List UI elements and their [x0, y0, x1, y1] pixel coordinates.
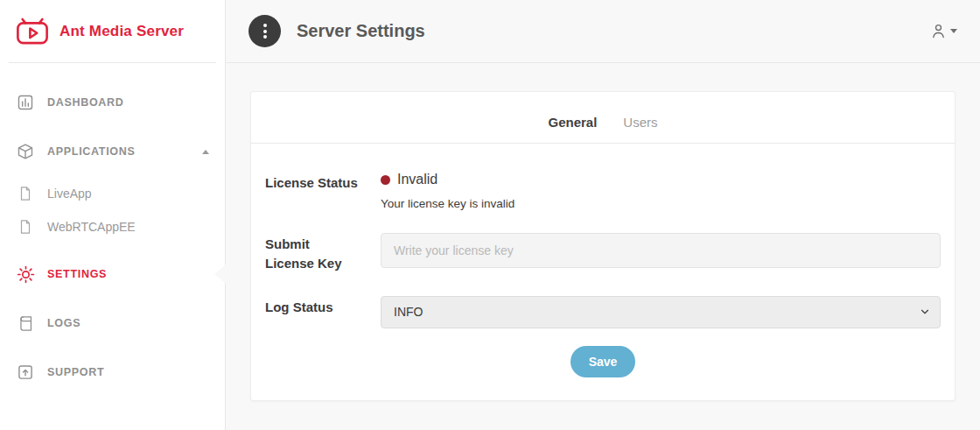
brand-name: Ant Media Server — [60, 23, 184, 40]
log-status-row: Log Status INFO — [265, 296, 941, 328]
logs-icon — [16, 315, 35, 332]
sidebar-item-dashboard[interactable]: DASHBOARD — [0, 84, 225, 121]
chevron-down-icon — [950, 29, 957, 33]
file-icon — [16, 219, 35, 235]
sidebar-item-webrtcappee[interactable]: WebRTCAppEE — [0, 210, 225, 243]
license-status-value-line: Invalid — [381, 172, 941, 187]
main-area: Server Settings General Users Lice — [226, 0, 980, 430]
status-dot-icon — [381, 175, 390, 185]
sidebar-item-liveapp[interactable]: LiveApp — [0, 177, 225, 210]
sidebar-item-logs[interactable]: LOGS — [0, 305, 225, 342]
sidebar-item-settings[interactable]: SETTINGS — [0, 256, 225, 293]
brand-logo[interactable]: Ant Media Server — [0, 0, 225, 62]
user-menu-button[interactable] — [929, 22, 957, 40]
dashboard-icon — [16, 94, 35, 111]
tab-general[interactable]: General — [548, 115, 597, 130]
settings-card: General Users License Status Invalid You… — [250, 91, 956, 401]
app-window: Ant Media Server DASHBOARD — [0, 0, 980, 430]
license-key-row: Submit License Key — [265, 233, 941, 273]
settings-tabs: General Users — [251, 92, 955, 143]
top-bar: Server Settings — [226, 0, 980, 63]
ant-media-logo-icon — [14, 16, 51, 47]
page-title: Server Settings — [297, 21, 425, 41]
active-item-arrow — [214, 264, 226, 284]
applications-icon — [16, 143, 35, 160]
license-key-input[interactable] — [381, 233, 941, 268]
user-icon — [929, 22, 948, 40]
sidebar-item-label: SETTINGS — [47, 268, 107, 280]
save-button[interactable]: Save — [570, 346, 636, 377]
license-status-row: License Status Invalid Your license key … — [265, 172, 941, 210]
sidebar-item-label: APPLICATIONS — [47, 145, 136, 158]
support-box-icon — [16, 363, 35, 381]
sidebar-item-applications[interactable]: APPLICATIONS — [0, 133, 225, 170]
license-status-label: License Status — [265, 172, 381, 210]
log-status-label: Log Status — [265, 296, 381, 328]
sidebar-item-support[interactable]: SUPPORT — [0, 354, 225, 391]
sidebar: Ant Media Server DASHBOARD — [0, 0, 226, 430]
license-status-message: Your license key is invalid — [381, 197, 941, 210]
chevron-up-icon — [202, 150, 209, 154]
sidebar-item-label: LOGS — [47, 317, 80, 329]
license-status-value: Invalid — [397, 172, 438, 187]
sidebar-item-label: WebRTCAppEE — [47, 220, 136, 234]
file-icon — [16, 186, 35, 201]
sidebar-item-label: DASHBOARD — [47, 96, 124, 109]
log-status-select[interactable]: INFO — [381, 296, 941, 328]
general-settings-form: License Status Invalid Your license key … — [251, 144, 955, 400]
gear-icon — [16, 265, 35, 284]
sidebar-menu: DASHBOARD APPLICATIONS — [0, 63, 225, 391]
kebab-menu-button[interactable] — [248, 15, 281, 47]
sidebar-item-label: SUPPORT — [47, 366, 104, 378]
license-key-label: Submit License Key — [265, 233, 381, 273]
tab-users[interactable]: Users — [623, 115, 657, 130]
sidebar-item-label: LiveApp — [47, 187, 92, 201]
